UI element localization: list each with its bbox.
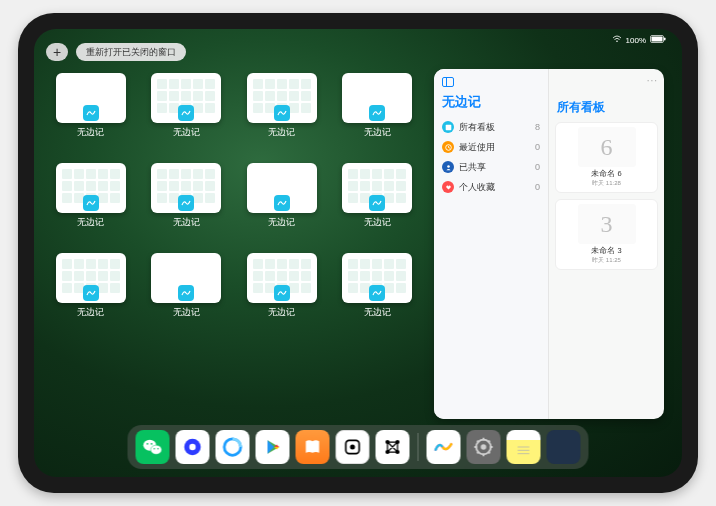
top-controls: + 重新打开已关闭的窗口: [46, 43, 186, 61]
board-thumbnail: 3: [578, 204, 636, 244]
window-thumbnail[interactable]: 无边记: [339, 73, 417, 149]
svg-point-17: [350, 445, 355, 450]
svg-point-8: [151, 445, 162, 454]
window-thumbnail[interactable]: 无边记: [52, 253, 130, 329]
window-thumbnail[interactable]: 无边记: [148, 163, 226, 239]
freeform-app-icon: [83, 195, 99, 211]
thumbnail-label: 无边记: [364, 216, 391, 229]
svg-point-0: [616, 41, 618, 43]
add-window-button[interactable]: +: [46, 43, 68, 61]
thumbnail-label: 无边记: [77, 126, 104, 139]
books-icon[interactable]: [296, 430, 330, 464]
graph-icon[interactable]: [376, 430, 410, 464]
board-date: 昨天 11:28: [592, 179, 621, 188]
wechat-icon[interactable]: [136, 430, 170, 464]
recent-icon: [442, 141, 454, 153]
thumbnail-label: 无边记: [77, 306, 104, 319]
sidebar-item-shared[interactable]: 已共享0: [442, 157, 540, 177]
qq-browser-icon[interactable]: [216, 430, 250, 464]
battery-icon: [650, 35, 666, 45]
thumbnail-label: 无边记: [77, 216, 104, 229]
svg-line-31: [488, 441, 490, 443]
thumbnail-label: 无边记: [173, 216, 200, 229]
window-thumbnail[interactable]: 无边记: [243, 253, 321, 329]
svg-point-12: [157, 448, 158, 449]
play-icon[interactable]: [256, 430, 290, 464]
fav-icon: [442, 181, 454, 193]
all-icon: [442, 121, 454, 133]
svg-rect-3: [664, 38, 666, 41]
sidebar-item-count: 8: [535, 122, 540, 132]
panel-right-title: 所有看板: [557, 99, 658, 116]
thumbnail-preview: [151, 163, 221, 213]
screen: 100% + 重新打开已关闭的窗口 无边记无边记无边记无边记无边记无边记无边记无…: [34, 29, 682, 477]
thumbnail-label: 无边记: [268, 126, 295, 139]
window-thumbnail[interactable]: 无边记: [339, 253, 417, 329]
window-thumbnail[interactable]: 无边记: [339, 163, 417, 239]
sidebar-toggle-icon[interactable]: [442, 77, 454, 87]
dice-icon[interactable]: [336, 430, 370, 464]
window-thumbnail[interactable]: 无边记: [52, 163, 130, 239]
reopen-closed-window-button[interactable]: 重新打开已关闭的窗口: [76, 43, 186, 61]
freeform-app-icon: [274, 105, 290, 121]
svg-line-30: [477, 452, 479, 454]
sidebar-item-recent[interactable]: 最近使用0: [442, 137, 540, 157]
thumbnail-preview: [56, 73, 126, 123]
sidebar-item-fav[interactable]: 个人收藏0: [442, 177, 540, 197]
thumbnail-preview: [151, 253, 221, 303]
board-name: 未命名 3: [591, 246, 621, 256]
freeform-app-icon: [369, 195, 385, 211]
sidebar-item-count: 0: [535, 142, 540, 152]
window-thumbnail[interactable]: 无边记: [243, 163, 321, 239]
sidebar-item-label: 所有看板: [459, 121, 495, 134]
svg-line-28: [477, 441, 479, 443]
thumbnail-label: 无边记: [268, 216, 295, 229]
app-library-icon[interactable]: [547, 430, 581, 464]
window-thumbnail[interactable]: 无边记: [148, 73, 226, 149]
thumbnail-preview: [56, 163, 126, 213]
thumbnail-label: 无边记: [364, 126, 391, 139]
freeform-app-icon: [178, 105, 194, 121]
freeform-app-icon: [274, 285, 290, 301]
panel-sidebar: 无边记 所有看板8最近使用0已共享0个人收藏0: [434, 69, 549, 419]
thumbnail-preview: [151, 73, 221, 123]
wifi-icon: [612, 35, 622, 45]
svg-rect-2: [652, 37, 663, 42]
more-icon[interactable]: ···: [555, 75, 658, 85]
notes-icon[interactable]: [507, 430, 541, 464]
shared-icon: [442, 161, 454, 173]
sidebar-item-label: 最近使用: [459, 141, 495, 154]
thumbnail-label: 无边记: [173, 126, 200, 139]
thumbnail-label: 无边记: [173, 306, 200, 319]
thumbnail-preview: [247, 73, 317, 123]
window-thumbnail[interactable]: 无边记: [52, 73, 130, 149]
freeform-app-icon: [83, 285, 99, 301]
svg-point-10: [151, 443, 153, 445]
settings-icon[interactable]: [467, 430, 501, 464]
board-date: 昨天 11:25: [592, 256, 621, 265]
freeform-app-icon: [178, 285, 194, 301]
quark-icon[interactable]: [176, 430, 210, 464]
svg-point-6: [447, 165, 450, 168]
freeform-app-icon: [178, 195, 194, 211]
svg-point-11: [154, 448, 155, 449]
window-thumbnail[interactable]: 无边记: [148, 253, 226, 329]
svg-point-14: [189, 444, 195, 450]
sidebar-item-count: 0: [535, 162, 540, 172]
content-area: 无边记无边记无边记无边记无边记无边记无边记无边记无边记无边记无边记无边记 无边记…: [52, 69, 664, 419]
sidebar-item-label: 个人收藏: [459, 181, 495, 194]
dock-divider: [418, 433, 419, 461]
freeform-icon[interactable]: [427, 430, 461, 464]
window-thumbnail[interactable]: 无边记: [243, 73, 321, 149]
board-card[interactable]: 3未命名 3昨天 11:25: [555, 199, 658, 270]
sidebar-item-all[interactable]: 所有看板8: [442, 117, 540, 137]
thumbnail-preview: [247, 253, 317, 303]
sidebar-item-label: 已共享: [459, 161, 486, 174]
board-thumbnail: 6: [578, 127, 636, 167]
battery-label: 100%: [626, 36, 646, 45]
board-card[interactable]: 6未命名 6昨天 11:28: [555, 122, 658, 193]
sidebar-item-count: 0: [535, 182, 540, 192]
thumbnail-preview: [342, 163, 412, 213]
thumbnail-preview: [56, 253, 126, 303]
thumbnail-label: 无边记: [364, 306, 391, 319]
